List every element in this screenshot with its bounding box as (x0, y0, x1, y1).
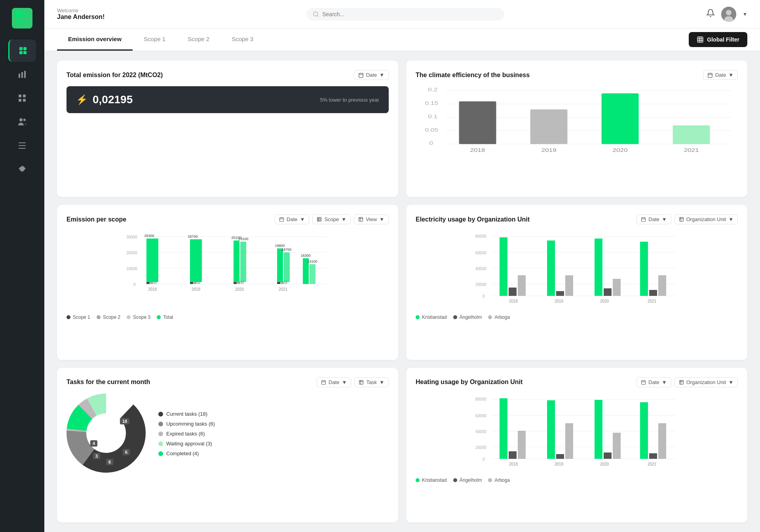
tabs: Emission overview Scope 1 Scope 2 Scope … (57, 28, 264, 51)
svg-rect-176 (613, 433, 621, 459)
emission-per-scope-title: Emission per scope (66, 216, 126, 223)
svg-rect-99 (642, 218, 646, 222)
emission-per-scope-card: Emission per scope Date ▼ Scope ▼ Vie (57, 205, 398, 360)
legend-arboga: Arboga (488, 314, 510, 320)
svg-text:0.05: 0.05 (425, 127, 438, 133)
search-bar[interactable] (306, 8, 504, 21)
legend-total: Total (157, 314, 173, 320)
electricity-chart: 80000 60000 40000 20000 0 2018 (416, 231, 738, 310)
svg-rect-5 (23, 47, 27, 50)
search-input[interactable] (322, 11, 498, 17)
filter-group: Date ▼ Organization Unit ▼ (636, 377, 738, 387)
svg-rect-11 (19, 95, 21, 97)
svg-rect-90 (277, 248, 283, 282)
tab-emission-overview[interactable]: Emission overview (57, 28, 133, 51)
legend-kristianstad: Kristianstad (416, 314, 447, 320)
svg-rect-126 (640, 242, 648, 296)
tasks-date-filter[interactable]: Date ▼ (317, 377, 351, 387)
svg-rect-115 (509, 288, 517, 296)
svg-rect-130 (322, 381, 326, 384)
svg-rect-87 (277, 282, 280, 284)
total-emission-card: Total emission for 2022 (MtCO2) Date ▼ ⚡… (57, 61, 398, 197)
svg-rect-118 (547, 240, 555, 296)
svg-rect-114 (500, 237, 507, 296)
svg-text:0: 0 (483, 457, 485, 462)
date-filter-btn[interactable]: Date ▼ (354, 70, 389, 80)
global-filter-button[interactable]: Global Filter (689, 32, 747, 47)
lightning-icon: ⚡ (76, 94, 88, 105)
sidebar-item-settings[interactable] (8, 158, 36, 180)
svg-text:2021: 2021 (648, 299, 657, 303)
svg-text:20000: 20000 (126, 251, 137, 255)
svg-rect-170 (547, 400, 555, 459)
view-filter[interactable]: View ▼ (354, 214, 389, 224)
topbar-right: ▼ (706, 7, 747, 22)
svg-rect-70 (146, 239, 158, 282)
card-header: The climate efficiency of the business D… (416, 70, 738, 80)
scope-filter[interactable]: Scope ▼ (312, 214, 351, 224)
date-filter-btn[interactable]: Date ▼ (703, 70, 738, 80)
tab-scope1[interactable]: Scope 1 (133, 28, 177, 51)
heat-org-filter[interactable]: Organization Unit ▼ (674, 377, 738, 387)
legend-completed: Completed (4) (158, 451, 215, 456)
svg-rect-9 (21, 72, 23, 78)
svg-rect-17 (19, 142, 26, 143)
svg-text:2019: 2019 (192, 287, 201, 292)
svg-rect-53 (280, 218, 284, 222)
sidebar-item-users[interactable] (8, 111, 36, 133)
svg-text:2020: 2020 (600, 299, 609, 303)
svg-rect-151 (642, 381, 646, 384)
svg-text:26300: 26300 (144, 234, 154, 238)
electricity-usage-title: Electricity usage by Organization Unit (416, 216, 530, 223)
svg-rect-26 (698, 37, 703, 42)
svg-text:23100: 23100 (238, 237, 248, 241)
avatar[interactable] (721, 7, 736, 22)
sidebar-item-list[interactable] (8, 134, 36, 157)
svg-point-21 (314, 12, 318, 16)
sidebar-item-reports[interactable] (8, 87, 36, 109)
sidebar-item-analytics[interactable] (8, 63, 36, 85)
svg-text:18700: 18700 (281, 248, 291, 252)
svg-text:2021: 2021 (279, 287, 288, 292)
svg-text:2020: 2020 (612, 148, 627, 153)
global-filter-label: Global Filter (707, 36, 739, 43)
svg-rect-3 (23, 19, 28, 25)
tasks-title: Tasks for the current month (66, 379, 150, 386)
notification-bell[interactable] (706, 9, 715, 19)
svg-point-15 (19, 118, 23, 121)
heat-date-filter[interactable]: Date ▼ (636, 377, 671, 387)
tasks-task-filter[interactable]: Task ▼ (354, 377, 389, 387)
svg-rect-19 (19, 148, 26, 149)
svg-text:2019: 2019 (541, 148, 556, 153)
elec-org-filter[interactable]: Organization Unit ▼ (674, 214, 738, 224)
tab-scope2[interactable]: Scope 2 (177, 28, 220, 51)
card-header: Emission per scope Date ▼ Scope ▼ Vie (66, 214, 389, 224)
user-menu-arrow[interactable]: ▼ (743, 11, 747, 17)
elec-legend: Kristianstad Ängelholm Arboga (416, 314, 738, 320)
heating-usage-card: Heating usage by Organization Unit Date … (406, 368, 747, 523)
electricity-usage-card: Electricity usage by Organization Unit D… (406, 205, 747, 360)
svg-rect-82 (234, 240, 239, 282)
svg-text:2020: 2020 (235, 287, 244, 292)
svg-text:80000: 80000 (475, 234, 486, 239)
svg-rect-116 (518, 275, 526, 296)
logo[interactable] (12, 8, 32, 28)
svg-text:2018: 2018 (509, 462, 518, 466)
topbar: Welcome Jane Anderson! (44, 0, 760, 28)
tasks-content: 18 4 3 6 6 Current tasks (18) (66, 394, 389, 474)
sidebar-item-dashboard[interactable] (8, 40, 36, 62)
svg-text:6: 6 (108, 460, 111, 464)
scope-date-filter[interactable]: Date ▼ (275, 214, 309, 224)
svg-rect-10 (24, 71, 26, 78)
svg-rect-166 (500, 398, 507, 459)
svg-text:3: 3 (95, 454, 98, 458)
svg-text:0: 0 (429, 140, 433, 146)
svg-line-22 (317, 15, 318, 17)
pie-chart: 18 4 3 6 6 (66, 394, 146, 474)
svg-point-16 (23, 119, 26, 121)
tab-scope3[interactable]: Scope 3 (220, 28, 264, 51)
svg-text:30000: 30000 (126, 235, 137, 239)
svg-rect-58 (359, 218, 363, 222)
elec-date-filter[interactable]: Date ▼ (636, 214, 671, 224)
heating-chart: 80000 60000 40000 20000 0 2018 (416, 394, 738, 473)
